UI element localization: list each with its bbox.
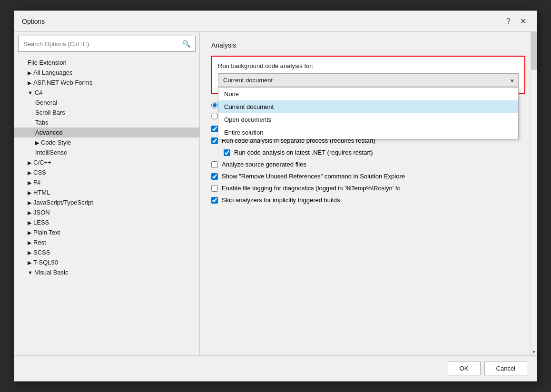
checkbox-item-remove-unused-refs: Show "Remove Unused References" command … [211,173,525,180]
scroll-down-arrow[interactable]: ▼ [531,349,537,355]
sidebar-item-all-languages[interactable]: ▶All Languages [14,68,199,78]
tree-arrow: ▶ [28,200,31,206]
tree-arrow: ▶ [28,210,31,216]
checkbox-label-source-generated: Analyze source generated files [222,161,306,168]
dialog-footer: OK Cancel [14,355,537,381]
sidebar-item-plain-text[interactable]: ▶Plain Text [14,227,199,237]
checkbox-pull-diagnostics[interactable] [211,126,218,132]
checkbox-label-file-logging: Enable file logging for diagnostics (log… [222,185,401,192]
checkbox-item-file-logging: Enable file logging for diagnostics (log… [211,185,525,192]
dropdown-label: Run background code analysis for: [218,62,519,69]
dialog-body: 🔍 File Extension▶All Languages▶ASP.NET W… [14,32,537,355]
dialog-title: Options [22,18,45,25]
sidebar-item-csharp-intellisense[interactable]: IntelliSense [14,147,199,157]
checkbox-latest-net[interactable] [224,149,230,156]
checkbox-file-logging[interactable] [211,185,218,192]
sidebar-item-tsql90[interactable]: ▶T-SQL90 [14,257,199,267]
sidebar-item-css[interactable]: ▶CSS [14,167,199,177]
sidebar-item-csharp[interactable]: ▼C# [14,88,199,98]
search-box[interactable]: 🔍 [18,36,196,52]
tree-arrow: ▶ [28,250,31,255]
cancel-button[interactable]: Cancel [484,362,527,375]
checkbox-item-skip-analyzers: Skip analyzers for implicitly triggered … [211,196,525,204]
checkbox-skip-analyzers[interactable] [211,197,218,204]
scrollbar-track: ▲ ▼ [530,32,537,355]
sidebar-item-fsharp[interactable]: ▶F# [14,177,199,187]
radio-at-end-of-line[interactable] [211,102,218,108]
close-button[interactable]: ✕ [517,16,529,27]
ok-button[interactable]: OK [448,362,481,375]
main-content: Analysis Run background code analysis fo… [200,32,537,355]
title-bar-left: Options [22,18,45,25]
tree-arrow: ▶ [28,180,31,186]
dropdown-option-current-document[interactable]: Current document [218,100,518,113]
checkbox-label-latest-net: Run code analysis on latest .NET (requir… [234,149,373,156]
sidebar-item-aspnet-web-forms[interactable]: ▶ASP.NET Web Forms [14,78,199,88]
dropdown-current[interactable]: Current document [218,73,519,87]
sidebar-item-javascript[interactable]: ▶JavaScript/TypeScript [14,197,199,207]
checkbox-label-remove-unused-refs: Show "Remove Unused References" command … [222,173,405,180]
title-bar: Options ? ✕ [14,11,537,32]
title-bar-right: ? ✕ [503,16,529,27]
sidebar-item-less[interactable]: ▶LESS [14,217,199,227]
checkbox-remove-unused-refs[interactable] [211,173,218,180]
tree-arrow: ▶ [28,240,31,245]
tree-arrow: ▼ [28,90,33,96]
checkbox-item-latest-net: Run code analysis on latest .NET (requir… [224,149,525,156]
sidebar-item-json[interactable]: ▶JSON [14,207,199,217]
sidebar-item-visual-basic[interactable]: ▼Visual Basic [14,267,199,277]
content-area: Analysis Run background code analysis fo… [200,32,537,355]
search-icon: 🔍 [182,40,190,48]
dropdown-option-open-documents[interactable]: Open documents [218,113,518,126]
sidebar-item-cpp[interactable]: ▶C/C++ [14,157,199,167]
dropdown-group: Run background code analysis for: Curren… [211,56,525,94]
radio-right-edge[interactable] [211,113,218,119]
sidebar-item-rest[interactable]: ▶Rest [14,237,199,247]
dropdown-option-entire-solution[interactable]: Entire solution [218,126,518,139]
sidebar: 🔍 File Extension▶All Languages▶ASP.NET W… [14,32,200,355]
tree-arrow: ▼ [28,270,33,275]
tree-arrow: ▶ [28,70,31,76]
tree-arrow: ▶ [28,170,31,176]
scrollbar-thumb[interactable] [531,32,537,70]
sidebar-item-csharp-scrollbars[interactable]: Scroll Bars [14,108,199,118]
tree-arrow: ▶ [35,140,39,146]
checkbox-source-generated[interactable] [211,161,218,168]
sidebar-item-csharp-general[interactable]: General [14,98,199,108]
help-button[interactable]: ? [503,16,513,27]
tree-arrow: ▶ [28,230,31,235]
options-dialog: Options ? ✕ 🔍 File Extension▶All Languag… [14,10,537,382]
search-input[interactable] [23,40,182,48]
dropdown-open: NoneCurrent documentOpen documentsEntire… [218,87,519,139]
sidebar-item-csharp-codestyle[interactable]: ▶Code Style [14,137,199,147]
sidebar-item-file-extension[interactable]: File Extension [14,58,199,68]
dropdown-option-none[interactable]: None [218,88,518,100]
dropdown-wrapper: Current document NoneCurrent documentOpe… [218,73,519,87]
section-title: Analysis [211,41,525,49]
sidebar-item-csharp-tabs[interactable]: Tabs [14,118,199,127]
tree: File Extension▶All Languages▶ASP.NET Web… [14,56,199,355]
sidebar-item-html[interactable]: ▶HTML [14,187,199,197]
tree-arrow: ▶ [28,260,31,265]
sidebar-item-csharp-advanced[interactable]: Advanced [14,127,199,137]
tree-arrow: ▶ [28,190,31,196]
checkbox-separate-process[interactable] [211,137,218,144]
tree-arrow: ▶ [28,80,31,86]
tree-arrow: ▶ [28,160,31,166]
tree-arrow: ▶ [28,220,31,225]
checkbox-item-source-generated: Analyze source generated files [211,161,525,168]
checkbox-label-skip-analyzers: Skip analyzers for implicitly triggered … [222,196,340,204]
sidebar-item-scss[interactable]: ▶SCSS [14,247,199,257]
